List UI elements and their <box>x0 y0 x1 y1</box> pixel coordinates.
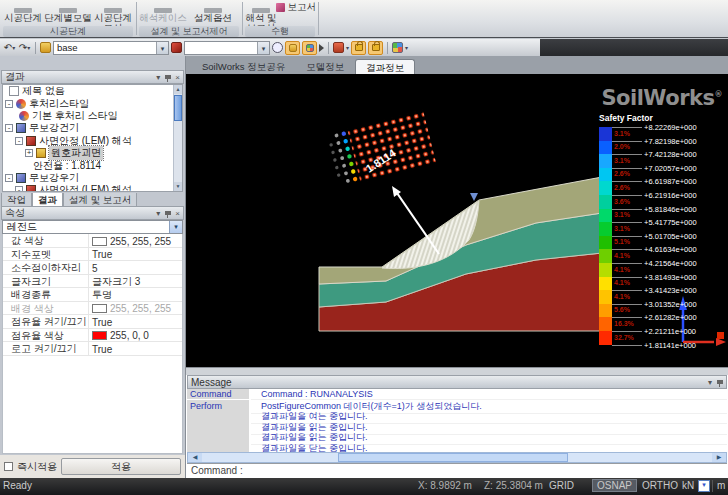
pin-icon[interactable] <box>717 380 723 384</box>
property-row[interactable]: 배경종류투명 <box>3 288 182 302</box>
tree-item[interactable]: 사면안정 (LEM) 해석 <box>3 184 182 192</box>
tree-item[interactable]: 무보강건기 <box>3 122 182 134</box>
lock-button[interactable] <box>351 41 366 55</box>
tab-results[interactable]: 결과 <box>32 193 63 207</box>
collapse-icon[interactable] <box>15 186 23 192</box>
legend-value: +3.41423e+000 <box>612 286 697 295</box>
canvas-h-scrollbar[interactable] <box>186 367 728 375</box>
document-icon <box>9 86 19 96</box>
tree-item-selected[interactable]: 원호파괴면 <box>3 147 182 159</box>
history-icon[interactable] <box>272 42 283 53</box>
scroll-thumb[interactable] <box>174 95 182 121</box>
unlock-button[interactable] <box>368 41 383 55</box>
collapse-icon[interactable] <box>5 124 13 132</box>
ribbon-group-construction: 시공단계 단계별모델 시공단계 모사 시공단계 <box>2 0 134 38</box>
tree-item[interactable]: 제목 없음 <box>3 85 182 97</box>
scroll-left-icon[interactable]: ◀ <box>188 453 202 462</box>
property-grid: 값 색상255, 255, 255 지수포멧True 소수점이하자리5 글자크기… <box>2 234 183 357</box>
color-swatch[interactable] <box>92 331 107 340</box>
command-input[interactable]: Command : <box>187 463 727 478</box>
tab-design-report[interactable]: 설계 및 보고서 <box>63 193 137 207</box>
legend-band <box>599 263 612 277</box>
chevron-down-icon[interactable]: ▾ <box>405 44 408 51</box>
scroll-down-icon[interactable]: ▼ <box>174 182 182 191</box>
scroll-thumb[interactable] <box>338 453 568 462</box>
color-swatch[interactable] <box>92 304 107 313</box>
collapse-icon[interactable] <box>5 174 13 182</box>
dock-tab-bar: 작업 결과 설계 및 보고서 <box>1 193 137 207</box>
render-mode-icon[interactable] <box>392 42 403 53</box>
collapse-icon[interactable] <box>15 137 23 145</box>
property-row[interactable]: 배경 색상255, 255, 255 <box>3 302 182 316</box>
legend-band <box>599 168 612 182</box>
chevron-down-icon[interactable]: ▾ <box>169 221 182 233</box>
grid-toggle[interactable]: GRID <box>545 480 578 491</box>
panel-menu-icon[interactable]: ▾ <box>156 73 160 82</box>
design-option-button[interactable]: 설계옵션 <box>188 0 238 23</box>
tab-result-info[interactable]: 결과정보 <box>355 59 415 74</box>
chevron-down-icon[interactable]: ▾ <box>346 44 349 51</box>
model-combo[interactable]: base▾ <box>53 41 169 55</box>
message-h-scrollbar[interactable]: ◀ ▶ <box>187 452 727 463</box>
report-button[interactable]: 보고서 <box>276 1 317 14</box>
property-row[interactable]: 값 색상255, 255, 255 <box>3 234 182 248</box>
tree-item[interactable]: 사면안정 (LEM) 해석 <box>3 135 182 147</box>
property-target-select[interactable]: 레전드 ▾ <box>2 220 183 234</box>
ortho-toggle[interactable]: ORTHO <box>638 480 682 491</box>
message-row: PerformPostFigureCommon 데이터(개수=1)가 생성되었습… <box>187 400 727 411</box>
run-analysis-icon[interactable] <box>333 42 344 53</box>
case-icon <box>16 123 26 133</box>
property-row[interactable]: 글자크기글자크기 3 <box>3 275 182 289</box>
pin-icon[interactable] <box>165 75 171 79</box>
unit-combo-arrow-icon[interactable] <box>698 480 710 492</box>
redo-button[interactable]: ↷▾ <box>18 41 31 55</box>
collapse-icon[interactable] <box>5 100 13 108</box>
tree-scrollbar[interactable]: ▲ ▼ <box>173 85 182 191</box>
properties-panel-header: 속성 ▾ × <box>1 206 184 220</box>
panel-menu-icon[interactable]: ▾ <box>708 378 712 387</box>
property-row[interactable]: 소수점이하자리5 <box>3 261 182 275</box>
chevron-down-icon[interactable]: ▾ <box>156 42 168 54</box>
apply-now-checkbox[interactable] <box>4 462 13 471</box>
pin-icon[interactable] <box>165 211 171 215</box>
tree-item[interactable]: 안전율 : 1.8114 <box>3 159 182 171</box>
chevron-down-icon[interactable]: ▾ <box>257 42 269 54</box>
apply-button[interactable]: 적용 <box>61 458 181 475</box>
osnap-toggle[interactable]: OSNAP <box>592 479 637 492</box>
analysis-case-button[interactable]: 해석케이스 <box>138 0 188 23</box>
tab-model-info[interactable]: 모델정보 <box>296 59 354 74</box>
design-option-icon <box>204 8 222 13</box>
panel-menu-icon[interactable]: ▾ <box>156 209 160 218</box>
tab-soilworks-share[interactable]: SoilWorks 정보공유 <box>192 59 295 74</box>
grid-toggle-button[interactable] <box>302 41 317 55</box>
layers-icon[interactable] <box>40 42 51 53</box>
tree-item[interactable]: 무보강우기 <box>3 172 182 184</box>
display-style-icon[interactable] <box>171 42 182 53</box>
message-row: 결과파일을 닫는 중입니다. <box>187 442 727 452</box>
scroll-up-icon[interactable]: ▲ <box>174 85 182 94</box>
tree-item[interactable]: 기본 후처리 스타일 <box>3 110 182 122</box>
legend-value: +5.41775e+000 <box>612 218 697 227</box>
property-row[interactable]: 점유율 켜기/끄기True <box>3 315 182 329</box>
message-row: 결과파일을 여는 중입니다. <box>187 410 727 421</box>
message-row: 결과파일을 읽는 중입니다. <box>187 421 727 432</box>
view-combo[interactable]: ▾ <box>184 41 270 55</box>
property-row[interactable]: 지수포멧True <box>3 248 182 262</box>
close-icon[interactable]: × <box>175 73 180 82</box>
expand-icon[interactable] <box>25 149 33 157</box>
property-row[interactable]: 점유율 색상255, 0, 0 <box>3 329 182 343</box>
close-icon[interactable]: × <box>175 209 180 218</box>
property-row[interactable]: 로고 켜기/끄기True <box>3 342 182 356</box>
tab-work[interactable]: 작업 <box>1 193 32 207</box>
color-swatch[interactable] <box>92 237 107 246</box>
undo-button[interactable]: ↶▾ <box>3 41 16 55</box>
ribbon-group-label: 시공단계 <box>3 26 133 37</box>
scroll-right-icon[interactable]: ▶ <box>712 453 726 462</box>
tree-item[interactable]: 후처리스타일 <box>3 97 182 109</box>
select-cursor-icon[interactable] <box>319 44 324 52</box>
toolbar-separator <box>35 42 36 54</box>
viewport[interactable]: 1.8114 SoilWorks® Safety Factor <box>186 74 728 367</box>
snap-toggle-button[interactable] <box>285 41 300 55</box>
force-unit: kN <box>682 480 694 491</box>
construction-stage-icon <box>14 8 32 13</box>
